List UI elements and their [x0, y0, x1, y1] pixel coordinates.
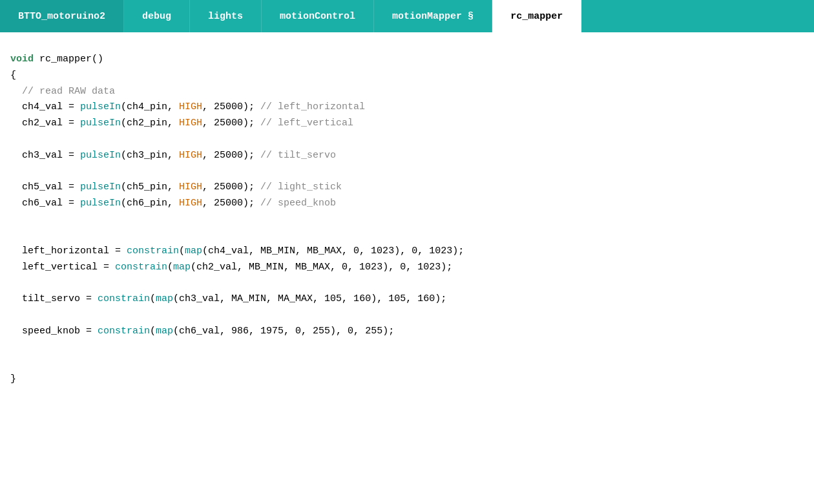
empty-line-1 — [10, 132, 801, 148]
code-line-1: void rc_mapper() — [10, 52, 801, 68]
code-line-ch3: ch3_val = pulseIn(ch3_pin, HIGH, 25000);… — [10, 148, 801, 164]
code-line-ch2: ch2_val = pulseIn(ch2_pin, HIGH, 25000);… — [10, 116, 801, 132]
tab-motionMapper[interactable]: motionMapper § — [374, 0, 492, 32]
code-line-speed-knob: speed_knob = constrain(map(ch6_val, 986,… — [10, 324, 801, 340]
empty-line-7 — [10, 340, 801, 356]
tab-motionControl[interactable]: motionControl — [262, 0, 374, 32]
tab-lights[interactable]: lights — [190, 0, 262, 32]
code-line-2: { — [10, 68, 801, 84]
code-line-close: } — [10, 372, 801, 388]
empty-line-2 — [10, 163, 801, 180]
code-line-ch5: ch5_val = pulseIn(ch5_pin, HIGH, 25000);… — [10, 180, 801, 196]
tab-rc_mapper[interactable]: rc_mapper — [492, 0, 581, 32]
code-line-tilt-servo: tilt_servo = constrain(map(ch3_val, MA_M… — [10, 291, 801, 308]
empty-line-6 — [10, 308, 801, 324]
empty-line-5 — [10, 276, 801, 292]
tab-bar: BTTO_motoruino2 debug lights motionContr… — [0, 0, 814, 32]
code-line-ch6: ch6_val = pulseIn(ch6_pin, HIGH, 25000);… — [10, 196, 801, 212]
code-line-ch4: ch4_val = pulseIn(ch4_pin, HIGH, 25000);… — [10, 100, 801, 116]
code-line-left-vertical: left_vertical = constrain(map(ch2_val, M… — [10, 260, 801, 276]
empty-line-8 — [10, 355, 801, 372]
empty-line-4 — [10, 227, 801, 244]
tab-BTTO_motoruino2[interactable]: BTTO_motoruino2 — [0, 0, 124, 32]
code-editor: void rc_mapper() { // read RAW data ch4_… — [0, 32, 814, 504]
code-line-left-horizontal: left_horizontal = constrain(map(ch4_val,… — [10, 244, 801, 260]
code-line-comment: // read RAW data — [10, 84, 801, 100]
tab-debug[interactable]: debug — [124, 0, 190, 32]
empty-line-3 — [10, 212, 801, 228]
